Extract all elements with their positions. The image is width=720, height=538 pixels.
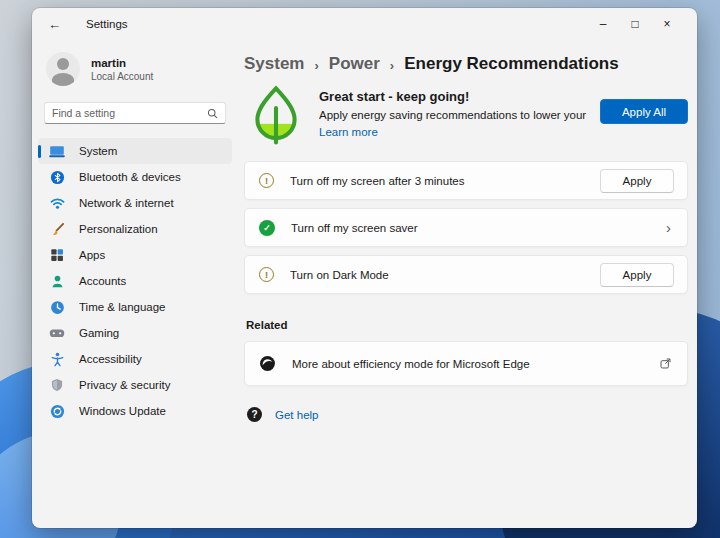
recommendation-label: Turn off my screen saver: [291, 222, 666, 234]
shield-icon: [49, 377, 65, 393]
chevron-right-icon: ›: [314, 56, 318, 73]
recommendation-label: Turn off my screen after 3 minutes: [290, 175, 600, 187]
related-section-heading: Related: [246, 319, 688, 331]
maximize-button[interactable]: □: [619, 17, 651, 31]
sidebar-item-label: Network & internet: [79, 197, 174, 209]
system-icon: [49, 143, 65, 159]
accessibility-icon: [49, 351, 65, 367]
warning-icon: !: [259, 173, 274, 188]
user-name: martin: [91, 57, 153, 69]
minimize-button[interactable]: –: [587, 17, 619, 31]
check-icon: ✓: [259, 220, 275, 236]
sidebar-item-accessibility[interactable]: Accessibility: [38, 346, 232, 372]
search-icon: [207, 108, 218, 119]
update-icon: [49, 403, 65, 419]
search-input[interactable]: [52, 107, 207, 119]
sidebar-item-label: Personalization: [79, 223, 158, 235]
warning-icon: !: [259, 267, 274, 282]
recommendation-row-dark-mode: ! Turn on Dark Mode Apply: [244, 255, 688, 294]
energy-hero-banner: Great start - keep going! Apply energy s…: [244, 84, 688, 146]
sidebar: martin Local Account System: [32, 40, 244, 528]
settings-window: ← Settings – □ × martin Local Account: [32, 8, 697, 528]
sidebar-item-system[interactable]: System: [38, 138, 232, 164]
sidebar-item-label: Windows Update: [79, 405, 166, 417]
person-icon: [49, 273, 65, 289]
brush-icon: [49, 221, 65, 237]
external-link-icon[interactable]: [659, 357, 672, 370]
related-link-edge-efficiency[interactable]: More about efficiency mode for Microsoft…: [244, 341, 688, 386]
get-help-link[interactable]: Get help: [275, 409, 318, 421]
related-link-label: More about efficiency mode for Microsoft…: [292, 358, 659, 370]
sidebar-item-label: Apps: [79, 249, 105, 261]
page-title: Energy Recommendations: [404, 54, 618, 74]
sidebar-item-accounts[interactable]: Accounts: [38, 268, 232, 294]
sidebar-item-label: Privacy & security: [79, 379, 170, 391]
chevron-right-icon[interactable]: ›: [666, 219, 671, 236]
edge-icon: [259, 355, 276, 372]
sidebar-item-label: Gaming: [79, 327, 119, 339]
titlebar: ← Settings – □ ×: [32, 8, 697, 40]
breadcrumb: System › Power › Energy Recommendations: [244, 54, 688, 74]
sidebar-item-bluetooth-devices[interactable]: Bluetooth & devices: [38, 164, 232, 190]
wifi-icon: [49, 195, 65, 211]
sidebar-item-label: Accounts: [79, 275, 126, 287]
breadcrumb-system[interactable]: System: [244, 54, 304, 74]
breadcrumb-power[interactable]: Power: [329, 54, 380, 74]
apps-icon: [49, 247, 65, 263]
apply-button[interactable]: Apply: [600, 169, 674, 193]
sidebar-item-label: System: [79, 145, 117, 157]
recommendation-label: Turn on Dark Mode: [290, 269, 600, 281]
close-button[interactable]: ×: [651, 17, 683, 31]
apply-button[interactable]: Apply: [600, 263, 674, 287]
recommendation-row-screen-saver[interactable]: ✓ Turn off my screen saver ›: [244, 208, 688, 247]
learn-more-link[interactable]: Learn more: [319, 126, 378, 138]
hero-title: Great start - keep going!: [319, 89, 588, 104]
sidebar-item-windows-update[interactable]: Windows Update: [38, 398, 232, 424]
sidebar-item-time-language[interactable]: Time & language: [38, 294, 232, 320]
window-controls: – □ ×: [587, 8, 683, 40]
get-help-row: ? Get help: [247, 407, 688, 422]
sidebar-item-privacy-security[interactable]: Privacy & security: [38, 372, 232, 398]
recommendation-row-screen-timeout: ! Turn off my screen after 3 minutes App…: [244, 161, 688, 200]
sidebar-item-label: Bluetooth & devices: [79, 171, 181, 183]
bluetooth-icon: [49, 169, 65, 185]
sidebar-item-apps[interactable]: Apps: [38, 242, 232, 268]
sidebar-item-gaming[interactable]: Gaming: [38, 320, 232, 346]
hero-description: Apply energy saving recommendations to l…: [319, 109, 588, 121]
sidebar-item-label: Accessibility: [79, 353, 142, 365]
recommendation-list: ! Turn off my screen after 3 minutes App…: [244, 161, 688, 294]
account-type-label: Local Account: [91, 71, 153, 82]
help-icon: ?: [247, 407, 262, 422]
main-content: System › Power › Energy Recommendations …: [244, 40, 697, 528]
leaf-icon: [249, 84, 303, 146]
chevron-right-icon: ›: [390, 56, 394, 73]
back-button[interactable]: ←: [48, 17, 70, 32]
avatar: [46, 52, 80, 86]
search-box[interactable]: [44, 102, 226, 124]
sidebar-item-label: Time & language: [79, 301, 166, 313]
sidebar-item-network-internet[interactable]: Network & internet: [38, 190, 232, 216]
clock-icon: [49, 299, 65, 315]
gamepad-icon: [49, 325, 65, 341]
sidebar-nav: System Bluetooth & devices Network & int…: [44, 138, 244, 424]
user-account-block: martin Local Account: [46, 52, 244, 86]
window-title: Settings: [86, 18, 128, 30]
sidebar-item-personalization[interactable]: Personalization: [38, 216, 232, 242]
apply-all-button[interactable]: Apply All: [600, 99, 688, 124]
